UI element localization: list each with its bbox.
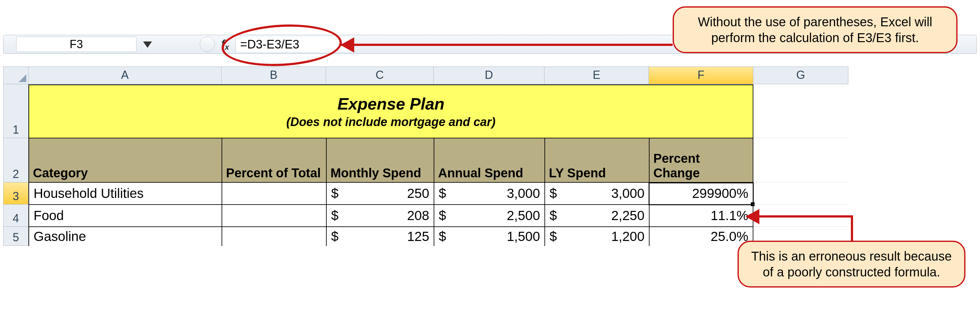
cell-category[interactable]: Household Utilities bbox=[29, 183, 221, 205]
cell-percent-of-total[interactable] bbox=[221, 205, 326, 227]
row-header-4[interactable]: 4 bbox=[3, 205, 29, 227]
cell-value: 1,500 bbox=[507, 229, 540, 244]
cell-monthly-spend[interactable]: $250 bbox=[326, 183, 434, 205]
callout-erroneous-result: This is an erroneous result because of a… bbox=[738, 241, 966, 288]
cell-annual-spend[interactable]: $1,500 bbox=[434, 227, 544, 246]
cell-monthly-spend[interactable]: $208 bbox=[326, 205, 434, 227]
col-header-F[interactable]: F bbox=[649, 67, 753, 84]
name-box[interactable]: F3 bbox=[16, 37, 137, 52]
sheet-title: Expense Plan bbox=[337, 94, 444, 113]
hdr-ly-spend[interactable]: LY Spend bbox=[544, 138, 649, 183]
name-box-dropdown-icon[interactable] bbox=[143, 41, 152, 48]
hdr-percent-change[interactable]: Percent Change bbox=[649, 138, 753, 183]
cell-monthly-spend[interactable]: $125 bbox=[326, 227, 434, 246]
cell-text: Gasoline bbox=[33, 229, 86, 244]
blank-column-G bbox=[753, 84, 848, 246]
cell-category[interactable]: Gasoline bbox=[29, 227, 221, 246]
sheet-subtitle: (Does not include mortgage and car) bbox=[286, 115, 496, 129]
col-header-C[interactable]: C bbox=[326, 67, 434, 84]
callout-text: This is an erroneous result because of a… bbox=[751, 249, 952, 279]
cell-value: 125 bbox=[407, 229, 429, 244]
callout-parentheses: Without the use of parentheses, Excel wi… bbox=[673, 6, 958, 53]
cell-value: 208 bbox=[407, 208, 429, 223]
hdr-category[interactable]: Category bbox=[29, 138, 221, 183]
cell-ly-spend[interactable]: $2,250 bbox=[544, 205, 649, 227]
row-headers: 1 2 3 4 5 bbox=[3, 84, 29, 246]
cell-value: 25.0% bbox=[654, 229, 748, 244]
annotation-circle-icon bbox=[221, 22, 343, 69]
currency-symbol: $ bbox=[439, 186, 446, 201]
cell-value: 11.1% bbox=[654, 208, 748, 223]
annotation-arrow-line bbox=[758, 215, 853, 218]
currency-symbol: $ bbox=[439, 208, 446, 223]
annotation-arrow-head-icon bbox=[745, 209, 759, 224]
row-header-3[interactable]: 3 bbox=[3, 183, 29, 205]
select-all-corner[interactable] bbox=[3, 67, 29, 84]
col-header-G[interactable]: G bbox=[753, 67, 848, 84]
cell-percent-change[interactable]: 11.1% bbox=[649, 205, 753, 227]
cell-percent-of-total[interactable] bbox=[221, 227, 326, 246]
table-header-row: Category Percent of Total Monthly Spend … bbox=[29, 138, 753, 183]
cell[interactable] bbox=[753, 84, 848, 138]
cell-category[interactable]: Food bbox=[29, 205, 221, 227]
row-header-2[interactable]: 2 bbox=[3, 138, 29, 183]
hdr-percent-of-total[interactable]: Percent of Total bbox=[221, 138, 326, 183]
currency-symbol: $ bbox=[549, 208, 557, 223]
cell[interactable] bbox=[753, 138, 848, 183]
currency-symbol: $ bbox=[549, 186, 557, 201]
table-row: Household Utilities $250 $3,000 $3,000 2… bbox=[29, 183, 753, 205]
cell-value: 3,000 bbox=[611, 186, 644, 201]
cell-value: 299900% bbox=[654, 186, 748, 201]
cell-annual-spend[interactable]: $2,500 bbox=[434, 205, 544, 227]
currency-symbol: $ bbox=[331, 229, 338, 244]
cell-value: 2,250 bbox=[611, 208, 644, 223]
hdr-annual-spend[interactable]: Annual Spend bbox=[434, 138, 544, 183]
col-header-E[interactable]: E bbox=[544, 67, 649, 84]
cell-percent-of-total[interactable] bbox=[221, 183, 326, 205]
annotation-arrow-line bbox=[851, 215, 853, 242]
row-header-5[interactable]: 5 bbox=[3, 227, 29, 246]
cell-text: Household Utilities bbox=[33, 186, 144, 201]
cancel-formula-button[interactable] bbox=[200, 37, 215, 52]
currency-symbol: $ bbox=[331, 208, 338, 223]
annotation-arrow-head-icon bbox=[340, 37, 354, 52]
row-header-1[interactable]: 1 bbox=[3, 84, 29, 138]
cell-value: 250 bbox=[407, 186, 429, 201]
spreadsheet-grid: Expense Plan (Does not include mortgage … bbox=[29, 84, 753, 246]
currency-symbol: $ bbox=[331, 186, 338, 201]
table-row: Gasoline $125 $1,500 $1,200 25.0% bbox=[29, 227, 753, 246]
cell-percent-change[interactable]: 25.0% bbox=[649, 227, 753, 246]
cell[interactable] bbox=[753, 183, 848, 205]
cell-value: 2,500 bbox=[507, 208, 540, 223]
cell-value: 3,000 bbox=[507, 186, 540, 201]
cell-percent-change-selected[interactable]: 299900% bbox=[649, 183, 753, 205]
title-merged-cell[interactable]: Expense Plan (Does not include mortgage … bbox=[29, 84, 753, 138]
col-header-A[interactable]: A bbox=[29, 67, 221, 84]
cell-value: 1,200 bbox=[611, 229, 644, 244]
col-header-D[interactable]: D bbox=[434, 67, 544, 84]
callout-text: Without the use of parentheses, Excel wi… bbox=[698, 15, 932, 45]
currency-symbol: $ bbox=[549, 229, 557, 244]
table-row: Food $208 $2,500 $2,250 11.1% bbox=[29, 205, 753, 227]
hdr-monthly-spend[interactable]: Monthly Spend bbox=[326, 138, 434, 183]
column-headers: A B C D E F G bbox=[3, 67, 848, 84]
currency-symbol: $ bbox=[439, 229, 446, 244]
annotation-arrow-line bbox=[340, 44, 673, 46]
cell-annual-spend[interactable]: $3,000 bbox=[434, 183, 544, 205]
cell-ly-spend[interactable]: $1,200 bbox=[544, 227, 649, 246]
cell-text: Food bbox=[33, 208, 64, 223]
col-header-B[interactable]: B bbox=[221, 67, 326, 84]
cell-ly-spend[interactable]: $3,000 bbox=[544, 183, 649, 205]
name-box-value: F3 bbox=[70, 38, 83, 51]
